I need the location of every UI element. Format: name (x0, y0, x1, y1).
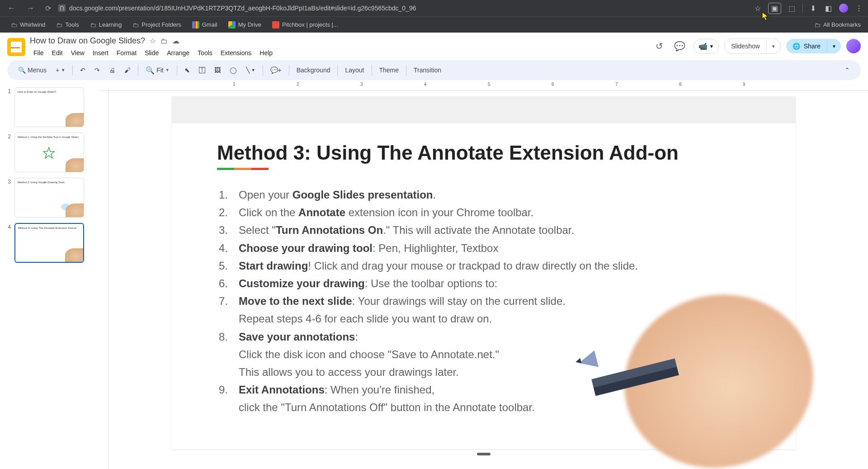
print-button[interactable]: 🖨 (105, 64, 119, 76)
filmstrip: 1 How to Draw on Google Slides? 2 Method… (0, 82, 99, 469)
star-icon[interactable]: ☆ (753, 2, 763, 14)
slide-thumb-3[interactable]: Method 2: Using Google Drawing Tools (14, 178, 84, 218)
select-tool-button[interactable]: ⬉ (181, 64, 193, 76)
paint-format-button[interactable]: 🖌 (121, 64, 134, 76)
collapse-toolbar-button[interactable]: ⌃ (841, 64, 854, 76)
star-scribble (42, 147, 56, 160)
back-button[interactable]: ← (4, 2, 19, 15)
comment-add-button[interactable]: 💬+ (267, 64, 285, 76)
shape-button[interactable]: ◯ (226, 64, 241, 76)
slide-canvas[interactable]: Method 3: Using The Annotate Extension A… (172, 96, 796, 449)
document-title[interactable]: How to Draw on Google Slides? (30, 36, 145, 46)
share-button[interactable]: 🌐Share (786, 39, 827, 53)
thumb-number: 4 (4, 223, 11, 263)
user-avatar[interactable] (846, 39, 861, 53)
image-button[interactable]: 🖼 (211, 64, 224, 76)
bookmark-tools[interactable]: 🗀Tools (52, 19, 82, 30)
extensions-icon[interactable]: ⬚ (787, 2, 797, 14)
new-slide-button[interactable]: + ▼ (52, 64, 69, 76)
menu-arrange[interactable]: Arrange (163, 47, 193, 58)
horizontal-ruler: 1 2 3 4 5 6 7 8 9 (99, 82, 868, 91)
menu-file[interactable]: File (30, 47, 47, 58)
gmail-icon (192, 21, 199, 28)
sidepanel-icon[interactable]: ◧ (823, 2, 834, 14)
background-button[interactable]: Background (293, 64, 334, 76)
star-doc-icon[interactable]: ☆ (150, 37, 156, 45)
slide-thumb-4[interactable]: Method 3: Using The Annotate Extension A… (14, 223, 84, 263)
folder-icon: 🗀 (814, 21, 821, 28)
reload-button[interactable]: ⟳ (42, 2, 55, 14)
zoom-icon: 🔍 (146, 66, 155, 75)
share-button-group: 🌐Share ▼ (786, 39, 841, 53)
theme-button[interactable]: Theme (376, 64, 403, 76)
textbox-button[interactable]: 🅃 (195, 64, 209, 76)
bookmark-gmail[interactable]: Gmail (189, 19, 221, 30)
chrome-menu-icon[interactable]: ⋮ (854, 2, 864, 14)
slides-logo[interactable] (7, 38, 25, 56)
browser-toolbar: ← → ⟳ docs.google.com/presentation/d/185… (0, 0, 868, 16)
slideshow-button-group: Slideshow ▼ (724, 38, 781, 54)
zoom-dropdown[interactable]: 🔍 Fit ▼ (142, 64, 173, 76)
slideshow-dropdown[interactable]: ▼ (766, 40, 780, 52)
pitchbox-icon (272, 21, 279, 28)
thumb-number: 2 (4, 133, 11, 172)
folder-icon: 🗀 (132, 21, 139, 28)
globe-icon: 🌐 (793, 43, 800, 50)
step-item: 6.Customize your drawing: Use the toolba… (217, 275, 750, 292)
downloads-icon[interactable]: ⬇ (808, 2, 818, 14)
menu-extensions[interactable]: Extensions (217, 47, 255, 58)
step-item: 5.Start drawing! Click and drag your mou… (217, 257, 750, 274)
bookmark-pitchbox[interactable]: Pitchbox | projects |... (269, 19, 342, 30)
canvas-area: 1 2 3 4 5 6 7 8 9 Method 3: Using The An… (99, 82, 868, 469)
app-header: How to Draw on Google Slides? ☆ 🗀 ☁ File… (0, 33, 868, 58)
step-item: 4.Choose your drawing tool: Pen, Highlig… (217, 240, 750, 256)
meet-button[interactable]: 📹 ▼ (693, 39, 719, 54)
slide-thumb-2[interactable]: Method 1: Using the Scribble Tool in Goo… (14, 133, 84, 172)
all-bookmarks-button[interactable]: 🗀All Bookmarks (814, 21, 861, 28)
share-dropdown[interactable]: ▼ (827, 40, 841, 52)
cloud-saved-icon[interactable]: ☁ (172, 37, 179, 45)
comments-icon[interactable]: 💬 (671, 38, 688, 54)
slide-thumb-1[interactable]: How to Draw on Google Slides? (14, 87, 84, 127)
transition-button[interactable]: Transition (410, 64, 445, 76)
bookmark-my-drive[interactable]: My Drive (225, 19, 265, 30)
forward-button[interactable]: → (23, 2, 38, 15)
redo-button[interactable]: ↷ (91, 64, 104, 76)
slide-title: Method 3: Using The Annotate Extension A… (217, 142, 750, 164)
step-item: 1.Open your Google Slides presentation. (217, 186, 750, 203)
line-button[interactable]: ╲ ▼ (242, 64, 259, 76)
bookmark-whirlwind[interactable]: 🗀Whirlwind (7, 19, 49, 30)
title-underline (217, 168, 269, 170)
menu-format[interactable]: Format (113, 47, 140, 58)
menu-view[interactable]: View (67, 47, 88, 58)
history-icon[interactable]: ↺ (653, 38, 666, 54)
bookmark-learning[interactable]: 🗀Learning (86, 19, 126, 30)
workspace: 1 How to Draw on Google Slides? 2 Method… (0, 82, 868, 469)
thumb-number: 1 (4, 87, 11, 127)
slideshow-button[interactable]: Slideshow (725, 39, 766, 53)
menu-bar: File Edit View Insert Format Slide Arran… (30, 47, 648, 58)
menu-help[interactable]: Help (256, 47, 276, 58)
hand-drawing-image (597, 295, 796, 449)
address-bar[interactable]: docs.google.com/presentation/d/185IUnHJV… (58, 5, 749, 12)
menu-edit[interactable]: Edit (48, 47, 66, 58)
chevron-down-icon: ▼ (709, 44, 714, 49)
folder-icon: 🗀 (56, 21, 62, 28)
search-menus-button[interactable]: 🔍 Menus (14, 64, 50, 76)
site-info-icon[interactable] (58, 5, 66, 12)
speaker-notes-handle[interactable] (477, 453, 491, 455)
toolbar: 🔍 Menus + ▼ ↶ ↷ 🖨 🖌 🔍 Fit ▼ ⬉ 🅃 🖼 ◯ ╲ ▼ … (7, 60, 861, 80)
menu-tools[interactable]: Tools (194, 47, 216, 58)
layout-button[interactable]: Layout (341, 64, 368, 76)
vertical-ruler (99, 91, 108, 469)
undo-button[interactable]: ↶ (76, 64, 89, 76)
menu-slide[interactable]: Slide (141, 47, 162, 58)
move-doc-icon[interactable]: 🗀 (160, 37, 168, 45)
menu-insert[interactable]: Insert (89, 47, 112, 58)
folder-icon: 🗀 (11, 21, 17, 28)
thumb-number: 3 (4, 178, 11, 218)
bookmark-project-folders[interactable]: 🗀Project Folders (129, 19, 184, 30)
profile-chrome-avatar[interactable] (839, 4, 848, 13)
annotate-extension-icon[interactable]: ▣ (768, 3, 781, 14)
url-text: docs.google.com/presentation/d/185IUnHJV… (69, 5, 416, 12)
